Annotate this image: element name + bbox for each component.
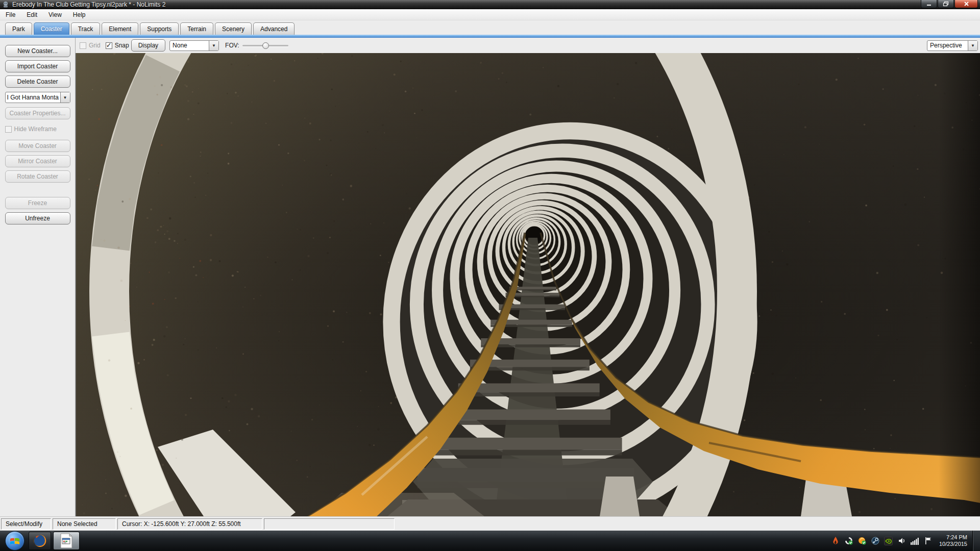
status-selection: None Selected bbox=[53, 518, 116, 530]
volume-icon[interactable] bbox=[897, 536, 906, 545]
display-button[interactable]: Display bbox=[131, 39, 165, 52]
camera-mode-value: Perspective bbox=[927, 42, 968, 49]
menu-bar: File Edit View Help bbox=[0, 9, 980, 20]
chevron-down-icon[interactable]: ▼ bbox=[209, 41, 218, 51]
hide-wireframe-checkbox[interactable] bbox=[5, 126, 12, 133]
taskbar-clock[interactable]: 7:24 PM 10/23/2015 bbox=[939, 534, 967, 547]
action-center-flag-icon[interactable] bbox=[924, 536, 933, 545]
minimize-button[interactable] bbox=[921, 0, 937, 8]
taskbar: 7:24 PM 10/23/2015 bbox=[0, 531, 980, 551]
snap-checkbox[interactable] bbox=[106, 42, 112, 49]
viewport-toolbar: Grid Snap Display None ▼ FOV: Perspectiv… bbox=[76, 38, 980, 53]
clock-time: 7:24 PM bbox=[939, 534, 967, 541]
menu-help[interactable]: Help bbox=[67, 10, 91, 20]
new-coaster-button[interactable]: New Coaster... bbox=[5, 45, 70, 57]
hide-wireframe-label: Hide Wireframe bbox=[14, 126, 57, 133]
menu-file[interactable]: File bbox=[0, 10, 21, 20]
system-tray: 7:24 PM 10/23/2015 bbox=[829, 531, 980, 551]
window-title: Erebody In The Club Getting Tipsy.nl2par… bbox=[12, 0, 165, 9]
hide-wireframe-row[interactable]: Hide Wireframe bbox=[5, 126, 70, 133]
sync-tray-icon[interactable] bbox=[844, 536, 853, 545]
rotate-coaster-button[interactable]: Rotate Coaster bbox=[5, 170, 70, 183]
close-button[interactable] bbox=[954, 0, 978, 8]
taskbar-nolimits-button[interactable] bbox=[53, 532, 80, 550]
desktop: { "window": { "title": "Erebody In The C… bbox=[0, 0, 980, 551]
nolimits-editor-icon bbox=[60, 533, 73, 548]
close-icon bbox=[964, 1, 969, 7]
viewport-3d-scene[interactable] bbox=[76, 53, 980, 516]
antivirus-tray-icon[interactable] bbox=[857, 536, 867, 545]
fov-label: FOV: bbox=[225, 42, 239, 49]
snap-label: Snap bbox=[115, 42, 129, 49]
restore-icon bbox=[943, 1, 949, 7]
steam-tray-icon[interactable] bbox=[871, 536, 880, 545]
title-bar[interactable]: Erebody In The Club Getting Tipsy.nl2par… bbox=[0, 0, 980, 9]
coaster-sidebar: New Coaster... Import Coaster Delete Coa… bbox=[0, 38, 76, 516]
tab-scenery[interactable]: Scenery bbox=[215, 22, 252, 35]
minimize-icon bbox=[926, 2, 932, 7]
delete-coaster-button[interactable]: Delete Coaster bbox=[5, 76, 70, 88]
grid-checkbox[interactable] bbox=[80, 42, 86, 49]
taskbar-firefox-button[interactable] bbox=[29, 532, 51, 550]
status-cursor-coordinates: Cursor: X: -125.600ft Y: 27.000ft Z: 55.… bbox=[117, 518, 262, 530]
coaster-properties-button[interactable]: Coaster Properties... bbox=[5, 107, 70, 119]
app-icon bbox=[2, 1, 9, 8]
clock-date: 10/23/2015 bbox=[939, 541, 967, 547]
fov-slider-thumb[interactable] bbox=[262, 42, 269, 49]
status-extra bbox=[264, 518, 395, 530]
import-coaster-button[interactable]: Import Coaster bbox=[5, 60, 70, 72]
camera-mode-select[interactable]: Perspective ▼ bbox=[927, 40, 978, 51]
chevron-down-icon[interactable]: ▼ bbox=[60, 92, 70, 103]
coaster-select-value: I Got Hanna Monta bbox=[6, 94, 60, 101]
chevron-down-icon[interactable]: ▼ bbox=[968, 41, 977, 51]
tab-supports[interactable]: Supports bbox=[140, 22, 179, 35]
unfreeze-button[interactable]: Unfreeze bbox=[5, 212, 70, 224]
status-bar: Select/Modify None Selected Cursor: X: -… bbox=[0, 516, 980, 531]
mode-tab-bar: Park Coaster Track Element Supports Terr… bbox=[0, 20, 980, 35]
tab-park[interactable]: Park bbox=[5, 22, 32, 35]
tab-track[interactable]: Track bbox=[71, 22, 101, 35]
coaster-select[interactable]: I Got Hanna Monta ▼ bbox=[5, 92, 70, 103]
tab-terrain[interactable]: Terrain bbox=[180, 22, 213, 35]
tab-coaster[interactable]: Coaster bbox=[34, 22, 69, 35]
viewport-3d[interactable] bbox=[76, 53, 980, 516]
menu-edit[interactable]: Edit bbox=[21, 10, 43, 20]
fov-slider[interactable] bbox=[242, 42, 288, 49]
display-mode-select[interactable]: None ▼ bbox=[169, 40, 219, 51]
grid-label: Grid bbox=[89, 42, 101, 49]
mirror-coaster-button[interactable]: Mirror Coaster bbox=[5, 155, 70, 167]
snap-toggle-row[interactable]: Snap bbox=[106, 42, 129, 49]
tab-advanced[interactable]: Advanced bbox=[253, 22, 295, 35]
nvidia-tray-icon[interactable] bbox=[884, 536, 893, 545]
grid-toggle-row[interactable]: Grid bbox=[80, 42, 101, 49]
freeze-button[interactable]: Freeze bbox=[5, 197, 70, 209]
flame-tray-icon[interactable] bbox=[831, 536, 840, 545]
display-mode-value: None bbox=[170, 42, 209, 49]
network-icon[interactable] bbox=[911, 536, 920, 545]
show-desktop-button[interactable] bbox=[972, 531, 980, 551]
menu-view[interactable]: View bbox=[43, 10, 67, 20]
status-mode: Select/Modify bbox=[1, 518, 51, 530]
move-coaster-button[interactable]: Move Coaster bbox=[5, 140, 70, 152]
start-button[interactable] bbox=[5, 531, 24, 550]
tab-element[interactable]: Element bbox=[102, 22, 138, 35]
windows-flag-icon bbox=[10, 536, 20, 546]
firefox-icon bbox=[33, 534, 47, 548]
restore-button[interactable] bbox=[938, 0, 954, 8]
